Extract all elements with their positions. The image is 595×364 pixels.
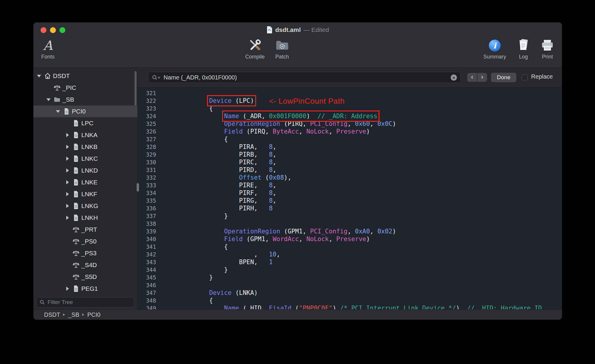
code-line-327[interactable]: 327 {	[138, 135, 562, 143]
patch-button[interactable]: Patch	[269, 38, 295, 60]
find-search-field[interactable]: ×	[148, 72, 461, 83]
code-line-343[interactable]: 343 BPEN, 1	[138, 258, 562, 266]
clear-search-icon[interactable]: ×	[451, 74, 457, 81]
sidebar-item-lnke[interactable]: LNKE	[33, 176, 138, 188]
sidebar-item-_ps3[interactable]: _PS3	[33, 247, 138, 259]
code-editor[interactable]: 321322 Device (LPC) <- LowPinCount Path3…	[138, 87, 562, 310]
find-previous-button[interactable]: ‹	[467, 73, 477, 82]
code-line-345[interactable]: 345 }	[138, 274, 562, 281]
breadcrumb-item-_sb[interactable]: _SB	[68, 311, 79, 318]
code-line-336[interactable]: 336 PIRH, 8	[138, 204, 562, 212]
filter-tree-field[interactable]	[36, 297, 134, 307]
compile-button[interactable]: Compile	[240, 38, 270, 60]
sidebar-item-lpc[interactable]: LPC	[33, 117, 138, 129]
code-token: // _HID: Hardware ID	[467, 305, 542, 310]
code-line-332[interactable]: 332 Offset (0x08),	[138, 174, 562, 181]
line-number: 327	[138, 135, 160, 143]
sidebar-item-lnkg[interactable]: LNKG	[33, 200, 138, 212]
code-line-321[interactable]: 321	[138, 89, 562, 97]
code-line-323[interactable]: 323 {	[138, 105, 562, 112]
sidebar-item-lnkc[interactable]: LNKC	[33, 153, 138, 165]
sidebar-scrollbar-thumb[interactable]	[135, 71, 137, 105]
sidebar-item-lnkb[interactable]: LNKB	[33, 141, 138, 153]
sidebar-item-_s5d[interactable]: _S5D	[33, 271, 138, 283]
line-number: 322	[138, 97, 160, 105]
disclosure-triangle-icon[interactable]	[64, 141, 71, 153]
breadcrumb-item-dsdt[interactable]: DSDT	[44, 311, 60, 318]
sidebar-item-_sb[interactable]: _SB	[33, 94, 138, 105]
code-line-338[interactable]: 338	[138, 220, 562, 228]
code-line-329[interactable]: 329 PIRB, 8,	[138, 151, 562, 158]
code-line-344[interactable]: 344 }	[138, 266, 562, 274]
code-token: Name	[224, 113, 239, 120]
code-token: ),	[284, 174, 291, 181]
code-line-346[interactable]: 346	[138, 281, 562, 289]
fonts-button[interactable]: A Fonts	[36, 38, 60, 60]
code-token: ,	[329, 128, 336, 135]
breadcrumb-item-pci0[interactable]: PCI0	[87, 311, 100, 318]
code-token: ,	[299, 128, 306, 135]
sidebar-item-_s4d[interactable]: _S4D	[33, 259, 138, 271]
line-number: 321	[138, 89, 160, 97]
code-line-324[interactable]: 324 Name (_ADR, 0x001F0000) // _ADR: Add…	[138, 112, 562, 120]
sidebar-item-_ps0[interactable]: _PS0	[33, 235, 138, 247]
code-token: PIRE,	[179, 182, 269, 189]
sidebar-item-dsdt[interactable]: DSDT	[33, 70, 138, 82]
code-line-330[interactable]: 330 PIRC, 8,	[138, 158, 562, 166]
code-line-322[interactable]: 322 Device (LPC) <- LowPinCount Path	[138, 97, 562, 105]
sidebar-item-_prt[interactable]: _PRT	[33, 224, 138, 235]
code-token: NoLock	[306, 128, 329, 135]
code-line-326[interactable]: 326 Field (PIRQ, ByteAcc, NoLock, Preser…	[138, 128, 562, 135]
sidebar-item-lnka[interactable]: LNKA	[33, 129, 138, 141]
code-token: )	[366, 128, 370, 135]
sidebar-item-peg1[interactable]: PEG1	[33, 283, 138, 295]
code-line-349[interactable]: 349 Name (_HID, EisaId ("PNP0C0F") /* PC…	[138, 304, 562, 310]
sidebar-item-lnkh[interactable]: LNKH	[33, 212, 138, 224]
search-with-menu-icon[interactable]	[152, 74, 161, 80]
find-query-input[interactable]	[163, 74, 448, 81]
code-line-333[interactable]: 333 PIRE, 8,	[138, 181, 562, 189]
code-token: EisaId	[269, 305, 291, 310]
disclosure-triangle-icon[interactable]	[64, 188, 71, 200]
disclosure-triangle-icon[interactable]	[64, 176, 71, 188]
code-line-340[interactable]: 340 Field (GPM1, WordAcc, NoLock, Preser…	[138, 235, 562, 243]
code-line-328[interactable]: 328 PIRA, 8,	[138, 143, 562, 151]
disclosure-triangle-icon[interactable]	[55, 105, 61, 117]
log-button[interactable]: Log	[512, 38, 535, 60]
disclosure-triangle-icon[interactable]	[64, 283, 71, 295]
code-line-335[interactable]: 335 PIRG, 8,	[138, 197, 562, 204]
disclosure-triangle-icon[interactable]	[64, 212, 71, 224]
code-token: 8	[269, 151, 273, 158]
code-line-334[interactable]: 334 PIRF, 8,	[138, 189, 562, 197]
find-next-button[interactable]: ›	[477, 73, 487, 82]
code-line-347[interactable]: 347 Device (LNKA)	[138, 289, 562, 297]
doc-icon	[72, 167, 80, 174]
sidebar-item-lnkf[interactable]: LNKF	[33, 188, 138, 200]
method-icon	[72, 261, 80, 269]
disclosure-triangle-icon[interactable]	[64, 129, 71, 141]
summary-button[interactable]: i Summary	[480, 38, 510, 60]
disclosure-triangle-icon[interactable]	[64, 200, 71, 212]
code-token	[179, 128, 224, 135]
disclosure-triangle-icon[interactable]	[64, 165, 71, 176]
pane-splitter-handle[interactable]	[137, 183, 139, 191]
sidebar-item-_pic[interactable]: _PIC	[33, 82, 138, 94]
code-token: Name	[224, 305, 239, 310]
code-line-339[interactable]: 339 OperationRegion (GPM1, PCI_Config, 0…	[138, 228, 562, 235]
disclosure-triangle-icon[interactable]	[45, 94, 52, 105]
sidebar-item-pci0[interactable]: PCI0	[33, 105, 138, 117]
code-line-331[interactable]: 331 PIRD, 8,	[138, 166, 562, 174]
sidebar-item-lnkd[interactable]: LNKD	[33, 165, 138, 176]
filter-tree-input[interactable]	[47, 299, 131, 306]
code-line-341[interactable]: 341 {	[138, 243, 562, 251]
disclosure-triangle-icon[interactable]	[64, 153, 71, 165]
done-button[interactable]: Done	[491, 73, 516, 82]
code-line-337[interactable]: 337 }	[138, 212, 562, 220]
print-button[interactable]: Print	[536, 38, 559, 60]
code-line-348[interactable]: 348 {	[138, 297, 562, 304]
annotation-highlight-box: Name (_ADR, 0x001F0000) // _ADR: Address	[224, 113, 377, 120]
disclosure-triangle-icon[interactable]	[36, 70, 42, 82]
code-line-325[interactable]: 325 OperationRegion (PIRQ, PCI_Config, 0…	[138, 120, 562, 128]
replace-checkbox[interactable]	[522, 74, 528, 80]
code-line-342[interactable]: 342 , 10,	[138, 251, 562, 258]
